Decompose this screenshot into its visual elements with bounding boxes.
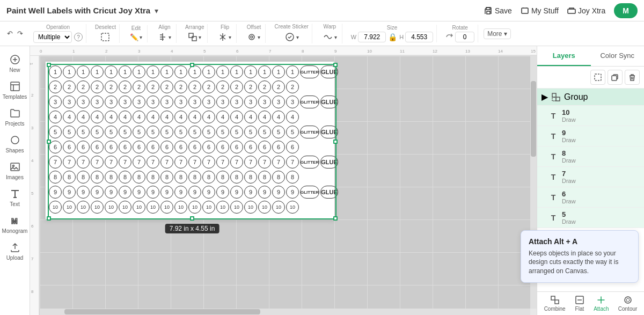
- sidebar-label-text: Text: [10, 201, 19, 207]
- sidebar-item-upload[interactable]: Upload: [2, 238, 28, 264]
- rotate-input[interactable]: [455, 32, 474, 42]
- sticker-3: 3: [174, 96, 187, 108]
- sticker-2: 2: [258, 80, 271, 93]
- operation-help[interactable]: ?: [74, 33, 83, 41]
- lock-icon[interactable]: 🔒: [388, 33, 397, 41]
- sticker-1: 1: [286, 65, 299, 78]
- sidebar-label-images: Images: [6, 174, 24, 180]
- svg-rect-2: [522, 8, 528, 13]
- layer-item-9[interactable]: T 9 Draw: [537, 126, 644, 146]
- deselect-button[interactable]: [99, 31, 112, 43]
- flip-group: Flip ▾: [213, 24, 237, 43]
- svg-text:4: 4: [31, 158, 34, 163]
- layer-item-7[interactable]: T 7 Draw: [537, 167, 644, 187]
- sticker-10: 10: [119, 201, 131, 214]
- undo-button[interactable]: ↶: [5, 28, 14, 39]
- sticker-7: 7: [147, 156, 159, 169]
- redo-button[interactable]: ↷: [16, 28, 25, 39]
- title-chevron[interactable]: ▾: [155, 6, 158, 15]
- ruler-top-svg: 0 1 2 3 4 5 6 7 8 9 10 11 12 13 14 15: [40, 46, 537, 56]
- panel-tool-delete[interactable]: [625, 70, 640, 85]
- create-sticker-button[interactable]: ▾: [283, 31, 301, 43]
- sticker-4: 4: [49, 111, 62, 123]
- topbar-right: Save My Stuff Joy Xtra M: [484, 3, 638, 18]
- undo-redo-group: ↶ ↷: [5, 28, 25, 39]
- sticker-2: 2: [230, 80, 243, 93]
- sidebar-item-new[interactable]: New: [2, 50, 28, 76]
- edit-button[interactable]: ✏️ ▾: [128, 32, 144, 42]
- sidebar-item-shapes[interactable]: Shapes: [2, 131, 28, 157]
- height-input[interactable]: [405, 32, 433, 42]
- sticker-7: 7: [244, 156, 257, 169]
- canvas-scroll[interactable]: 1 1 1 1 1 1 1 1 1 1 1 1 1 1 1: [40, 56, 530, 309]
- sticker-glue: GLUE: [320, 156, 338, 169]
- canvas-area[interactable]: 0 1 2 3 4 5 6 7 8 9 10 11 12 13 14 15: [30, 46, 537, 315]
- layer-item-6[interactable]: T 6 Draw: [537, 187, 644, 208]
- panel-tool-duplicate[interactable]: [608, 70, 623, 85]
- sticker-8: 8: [286, 171, 299, 184]
- layer-item-5[interactable]: T 5 Draw: [537, 208, 644, 228]
- arrange-group: Arrange ▾: [182, 24, 208, 43]
- panel-tool-select[interactable]: [590, 70, 605, 85]
- sticker-1: 1: [49, 65, 62, 78]
- horizontal-scrollbar[interactable]: [40, 309, 530, 315]
- sticker-8: 8: [258, 171, 271, 184]
- sticker-7: 7: [91, 156, 104, 169]
- sticker-2: 2: [91, 80, 104, 93]
- width-input[interactable]: [358, 32, 386, 42]
- sticker-1: 1: [174, 65, 187, 78]
- operation-group: Operation Multiple ?: [30, 24, 86, 43]
- operation-select[interactable]: Multiple: [33, 31, 72, 43]
- contour-button[interactable]: Contour: [618, 295, 638, 312]
- sticker-9: 9: [63, 186, 76, 199]
- arrange-button[interactable]: ▾: [186, 31, 203, 43]
- sidebar-item-templates[interactable]: Templates: [2, 77, 28, 103]
- sticker-row-6: 6 6 6 6 6 6 6 6 6 6 6 6 6 6 6: [48, 140, 333, 155]
- ruler-left: 1 2 3 4 5 6 7 8: [30, 56, 40, 315]
- tab-layers[interactable]: Layers: [537, 46, 591, 66]
- sticker-9: 9: [119, 186, 131, 199]
- offset-button[interactable]: ▾: [245, 31, 262, 43]
- sticker-4: 4: [230, 111, 243, 123]
- svg-text:6: 6: [236, 49, 239, 54]
- sidebar-item-monogram[interactable]: M Monogram: [2, 211, 28, 237]
- my-stuff-button[interactable]: My Stuff: [521, 6, 559, 15]
- sticker-8: 8: [63, 171, 76, 184]
- sticker-6: 6: [230, 141, 243, 153]
- sticker-5: 5: [105, 126, 118, 138]
- sticker-content: 1 1 1 1 1 1 1 1 1 1 1 1 1 1 1: [48, 64, 333, 216]
- layer-item-10[interactable]: T 10 Draw: [537, 106, 644, 126]
- horizontal-scrollbar-thumb[interactable]: [64, 309, 261, 314]
- more-button[interactable]: More ▾: [484, 28, 511, 39]
- sidebar-item-text[interactable]: Text: [2, 185, 28, 210]
- svg-rect-4: [101, 33, 109, 41]
- flip-button[interactable]: ▾: [216, 31, 233, 43]
- sidebar-item-projects[interactable]: Projects: [2, 104, 28, 130]
- tab-color-sync[interactable]: Color Sync: [591, 46, 645, 66]
- make-button[interactable]: M: [614, 3, 638, 18]
- attach-button[interactable]: Attach: [594, 295, 609, 312]
- layer-item-8[interactable]: T 8 Draw: [537, 146, 644, 167]
- flatten-button[interactable]: Flat: [575, 295, 584, 312]
- layer-group-header[interactable]: ▶ Group: [537, 89, 644, 106]
- svg-text:14: 14: [498, 49, 503, 54]
- vertical-scrollbar-thumb[interactable]: [531, 81, 536, 157]
- machine-button[interactable]: Joy Xtra: [567, 6, 605, 15]
- sticker-row-4: 4 4 4 4 4 4 4 4 4 4 4 4 4 4 4: [48, 109, 333, 124]
- save-button[interactable]: Save: [484, 6, 512, 15]
- sidebar-item-images[interactable]: Images: [2, 158, 28, 184]
- sticker-3: 3: [147, 96, 159, 108]
- warp-button[interactable]: ▾: [321, 31, 339, 43]
- sticker-3: 3: [49, 96, 62, 108]
- main-area: New Templates Projects Shapes Images Tex…: [0, 46, 644, 315]
- sticker-2: 2: [49, 80, 62, 93]
- align-button[interactable]: ▾: [156, 31, 173, 43]
- combine-button[interactable]: Combine: [544, 295, 566, 312]
- panel-bottom-toolbar: Combine Flat Attach Contour: [537, 291, 644, 315]
- sticker-9: 9: [230, 186, 243, 199]
- sidebar-label-upload: Upload: [6, 255, 24, 261]
- layer-text-icon: T: [548, 213, 559, 223]
- sticker-5: 5: [174, 126, 187, 138]
- sticker-9: 9: [174, 186, 187, 199]
- sticker-1: 1: [147, 65, 159, 78]
